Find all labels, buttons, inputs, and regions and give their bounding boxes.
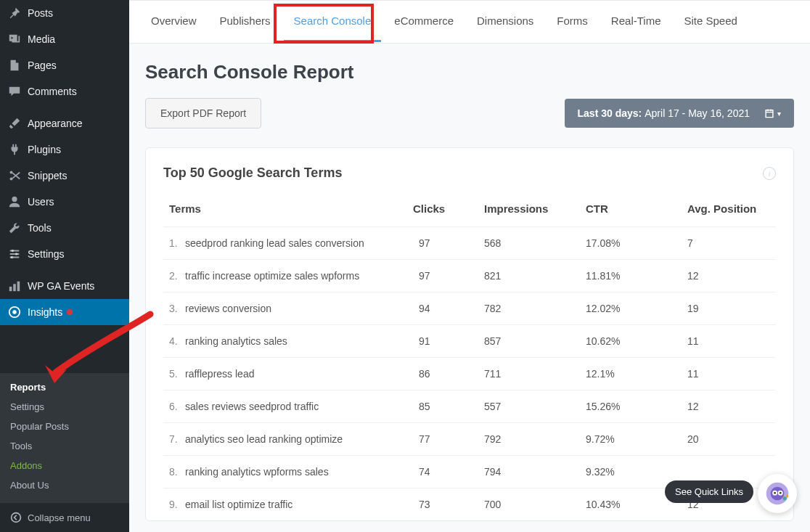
submenu-addons[interactable]: Addons [0, 456, 129, 475]
card-title: Top 50 Google Search Terms [163, 165, 342, 181]
ga-events-icon [7, 279, 22, 293]
submenu-tools[interactable]: Tools [0, 436, 129, 456]
svg-rect-8 [17, 282, 20, 292]
row-index: 2. [163, 260, 185, 292]
sidebar-item-tools[interactable]: Tools [0, 215, 129, 241]
row-index: 9. [163, 488, 185, 521]
cell-ctr: 12.02% [580, 292, 682, 325]
search-terms-table: Terms Clicks Impressions CTR Avg. Positi… [163, 194, 776, 520]
cell-term: email list optimize traffic [185, 488, 413, 521]
col-position: Avg. Position [682, 194, 776, 227]
tab-search-console[interactable]: Search Console [284, 1, 382, 42]
sidebar-item-posts[interactable]: Posts [0, 0, 129, 26]
col-clicks: Clicks [413, 194, 478, 227]
cell-clicks: 86 [413, 358, 478, 390]
cell-impressions: 792 [478, 423, 580, 456]
insights-submenu: Reports Settings Popular Posts Tools Add… [0, 373, 129, 502]
cell-impressions: 821 [478, 260, 580, 292]
user-icon [7, 195, 22, 209]
row-index: 5. [163, 358, 185, 390]
tab-dimensions[interactable]: Dimensions [467, 1, 544, 42]
mascot-icon [765, 481, 790, 506]
submenu-reports[interactable]: Reports [0, 377, 129, 397]
media-icon [7, 32, 22, 46]
row-index: 6. [163, 390, 185, 423]
cell-clicks: 73 [413, 488, 478, 521]
row-index: 7. [163, 423, 185, 456]
plug-icon [7, 142, 22, 157]
cell-position: 19 [682, 292, 776, 325]
date-range-value: April 17 - May 16, 2021 [645, 107, 750, 119]
sidebar-item-settings[interactable]: Settings [0, 241, 129, 267]
chevron-down-icon: ▾ [777, 110, 781, 118]
table-row: 3.reviews conversion9478212.02%19 [163, 292, 776, 325]
table-row: 5.rafflepress lead8671112.1%11 [163, 358, 776, 390]
cell-term: rafflepress lead [185, 358, 413, 390]
report-tabs: Overview Publishers Search Console eComm… [129, 0, 810, 44]
quick-links-fab[interactable] [758, 474, 797, 513]
date-range-picker[interactable]: Last 30 days: April 17 - May 16, 2021 ▾ [565, 99, 794, 128]
svg-rect-7 [13, 284, 16, 291]
submenu-popular-posts[interactable]: Popular Posts [0, 417, 129, 436]
table-row: 6.sales reviews seedprod traffic8555715.… [163, 390, 776, 423]
date-range-label: Last 30 days: [578, 107, 642, 119]
svg-point-0 [10, 171, 13, 174]
sidebar-item-users[interactable]: Users [0, 189, 129, 215]
tab-publishers[interactable]: Publishers [210, 1, 281, 42]
cell-clicks: 85 [413, 390, 478, 423]
svg-point-16 [774, 492, 776, 494]
notification-dot-icon [67, 309, 73, 315]
submenu-settings[interactable]: Settings [0, 397, 129, 417]
cell-term: traffic increase optimize sales wpforms [185, 260, 413, 292]
cell-clicks: 94 [413, 292, 478, 325]
cell-term: ranking analytics sales [185, 325, 413, 358]
cell-term: reviews conversion [185, 292, 413, 325]
cell-impressions: 782 [478, 292, 580, 325]
admin-sidebar: Posts Media Pages Comments Appearance Pl… [0, 0, 129, 532]
sidebar-item-insights[interactable]: Insights [0, 299, 129, 325]
see-quick-links-button[interactable]: See Quick Links [665, 480, 753, 503]
col-terms: Terms [163, 194, 413, 227]
collapse-menu-button[interactable]: Collapse menu [0, 502, 129, 532]
cell-impressions: 857 [478, 325, 580, 358]
cell-clicks: 77 [413, 423, 478, 456]
tab-site-speed[interactable]: Site Speed [674, 1, 747, 42]
page-icon [7, 58, 22, 73]
cell-position: 20 [682, 423, 776, 456]
pin-icon [7, 6, 22, 20]
sidebar-item-media[interactable]: Media [0, 26, 129, 52]
tab-real-time[interactable]: Real-Time [601, 1, 671, 42]
cell-position: 12 [682, 260, 776, 292]
svg-point-18 [783, 496, 787, 500]
page-title: Search Console Report [145, 61, 794, 83]
sliders-icon [7, 247, 22, 261]
cell-clicks: 97 [413, 227, 478, 260]
sidebar-item-plugins[interactable]: Plugins [0, 136, 129, 163]
cell-ctr: 15.26% [580, 390, 682, 423]
cell-term: sales reviews seedprod traffic [185, 390, 413, 423]
tab-overview[interactable]: Overview [141, 1, 207, 42]
col-ctr: CTR [580, 194, 682, 227]
tab-forms[interactable]: Forms [547, 1, 598, 42]
svg-point-19 [786, 495, 788, 497]
sidebar-item-appearance[interactable]: Appearance [0, 110, 129, 136]
search-terms-card: Top 50 Google Search Terms i Terms Click… [145, 147, 794, 521]
cell-impressions: 557 [478, 390, 580, 423]
svg-point-10 [12, 310, 16, 314]
info-icon[interactable]: i [763, 167, 776, 180]
row-index: 4. [163, 325, 185, 358]
tab-ecommerce[interactable]: eCommerce [384, 1, 464, 42]
cell-position: 12 [682, 390, 776, 423]
table-row: 2.traffic increase optimize sales wpform… [163, 260, 776, 292]
sidebar-item-snippets[interactable]: Snippets [0, 163, 129, 189]
row-index: 8. [163, 456, 185, 488]
export-pdf-button[interactable]: Export PDF Report [145, 98, 261, 128]
cell-position: 7 [682, 227, 776, 260]
sidebar-item-comments[interactable]: Comments [0, 78, 129, 105]
cell-ctr: 10.62% [580, 325, 682, 358]
sidebar-item-wp-ga-events[interactable]: WP GA Events [0, 273, 129, 299]
submenu-about-us[interactable]: About Us [0, 475, 129, 495]
table-row: 7.analytics seo lead ranking optimize777… [163, 423, 776, 456]
svg-point-11 [12, 513, 21, 523]
sidebar-item-pages[interactable]: Pages [0, 52, 129, 78]
